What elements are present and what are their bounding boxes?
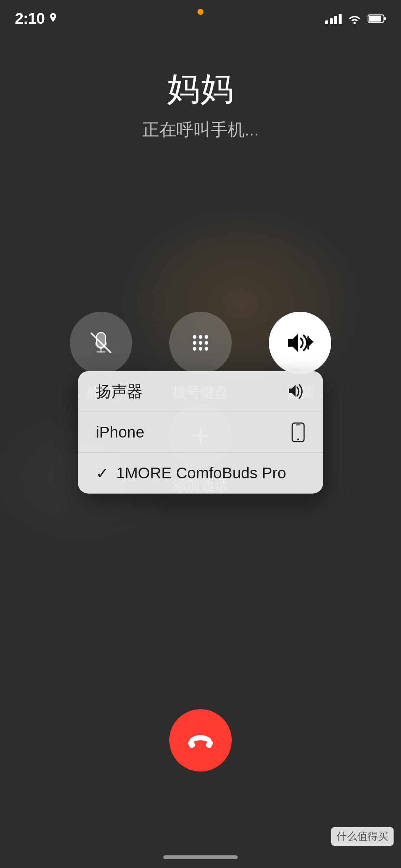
keypad-circle bbox=[169, 312, 232, 374]
svg-point-11 bbox=[205, 341, 208, 345]
contact-area: 妈妈 正在呼叫手机... bbox=[0, 67, 401, 141]
speaker-label: 扬声器 bbox=[96, 381, 143, 402]
svg-point-10 bbox=[199, 341, 202, 345]
speaker-icon bbox=[287, 383, 305, 400]
svg-point-12 bbox=[193, 347, 196, 351]
keypad-icon bbox=[187, 330, 214, 356]
svg-point-14 bbox=[205, 347, 208, 351]
call-status: 正在呼叫手机... bbox=[0, 118, 401, 141]
earbuds-label: 1MORE ComfoBuds Pro bbox=[116, 464, 286, 482]
home-indicator bbox=[163, 855, 238, 859]
iphone-device-icon bbox=[291, 422, 305, 442]
iphone-label: iPhone bbox=[96, 423, 144, 441]
svg-rect-1 bbox=[384, 17, 386, 20]
svg-point-13 bbox=[199, 347, 202, 351]
svg-point-9 bbox=[193, 341, 196, 345]
speaker-option[interactable]: 扬声器 bbox=[78, 371, 323, 412]
time-display: 2:10 bbox=[15, 10, 45, 27]
earbuds-option[interactable]: ✓ 1MORE ComfoBuds Pro bbox=[78, 453, 323, 494]
audio-dropdown: 扬声器 iPhone ✓ 1MORE ComfoBuds Pro bbox=[78, 371, 323, 494]
watermark: 什么值得买 bbox=[331, 827, 394, 846]
checkmark-icon: ✓ bbox=[96, 464, 109, 482]
orange-dot bbox=[198, 9, 203, 15]
svg-rect-2 bbox=[369, 16, 381, 22]
svg-point-6 bbox=[193, 335, 196, 339]
svg-point-7 bbox=[199, 335, 202, 339]
status-bar: 2:10 bbox=[0, 0, 401, 30]
svg-point-8 bbox=[205, 335, 208, 339]
wifi-icon bbox=[348, 13, 362, 24]
mute-icon bbox=[88, 330, 114, 356]
location-icon bbox=[48, 13, 58, 24]
svg-point-18 bbox=[297, 438, 299, 440]
end-call-button[interactable] bbox=[169, 709, 232, 772]
audio-circle bbox=[269, 312, 331, 374]
audio-icon bbox=[285, 330, 315, 356]
end-call-icon bbox=[186, 725, 215, 755]
contact-name: 妈妈 bbox=[0, 67, 401, 111]
battery-icon bbox=[368, 14, 386, 23]
signal-icon bbox=[325, 13, 342, 24]
mute-circle bbox=[70, 312, 132, 374]
status-icons bbox=[325, 13, 386, 24]
iphone-option[interactable]: iPhone bbox=[78, 412, 323, 453]
status-time: 2:10 bbox=[15, 10, 58, 27]
